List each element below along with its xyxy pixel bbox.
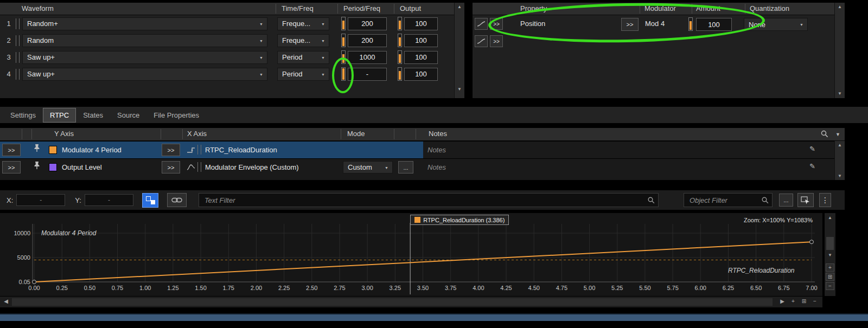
scrollbar-thumb[interactable] xyxy=(826,237,834,250)
series-name-label: Modulator 4 Period xyxy=(41,229,96,237)
curve-editor-button[interactable] xyxy=(475,18,488,30)
rtpc-row[interactable]: >> Output Level >> Modulator Envelope (C… xyxy=(0,158,834,176)
scroll-down-icon[interactable]: ▼ xyxy=(825,253,835,258)
svg-text:7.00: 7.00 xyxy=(806,285,817,291)
waveform-select[interactable]: Saw up+ ▼ xyxy=(22,51,267,64)
graph-horizontal-scrollbar[interactable]: ◀ ▶ + ⊞ − xyxy=(0,297,822,307)
tab-file-properties[interactable]: File Properties xyxy=(146,108,206,123)
x-coord-input[interactable] xyxy=(16,194,65,206)
x-axis-assign-button[interactable]: >> xyxy=(162,144,180,156)
pin-button[interactable] xyxy=(34,144,40,154)
scrollbar-thumb[interactable] xyxy=(12,298,773,306)
timefreq-select[interactable]: Freque... ▼ xyxy=(277,17,329,30)
vertical-scrollbar[interactable]: ▲ ▼ xyxy=(834,3,845,98)
scroll-right-icon[interactable]: ▶ xyxy=(778,298,787,304)
y-axis-assign-button[interactable]: >> xyxy=(2,144,21,156)
scroll-left-icon[interactable]: ◀ xyxy=(2,298,10,304)
y-coord-input[interactable] xyxy=(85,194,133,206)
rtpc-curve-plot[interactable]: 0.000.250.500.751.001.251.501.752.002.25… xyxy=(0,213,822,296)
vertical-scrollbar[interactable]: ▲ ▼ xyxy=(834,141,845,180)
period-value[interactable]: 200 xyxy=(348,34,387,47)
edit-notes-icon[interactable]: ✎ xyxy=(809,162,815,170)
scroll-down-icon[interactable]: ▼ xyxy=(835,91,845,96)
bottom-status-strip xyxy=(0,313,868,321)
drag-handle-icon[interactable] xyxy=(16,18,20,29)
waveform-select[interactable]: Random ▼ xyxy=(22,34,267,47)
curve-color-swatch[interactable] xyxy=(49,163,57,171)
drag-handle-icon[interactable] xyxy=(16,35,20,46)
output-value[interactable]: 100 xyxy=(404,34,438,47)
zoom-in-button[interactable]: + xyxy=(789,298,797,304)
amount-value[interactable]: 100 xyxy=(696,18,732,31)
mode-more-button[interactable]: ... xyxy=(398,161,413,173)
period-slider[interactable] xyxy=(341,67,346,81)
curve-editor-button[interactable] xyxy=(475,35,488,47)
y-axis-name: Output Level xyxy=(62,163,102,171)
waveform-select[interactable]: Saw up+ ▼ xyxy=(22,68,267,81)
output-value[interactable]: 100 xyxy=(404,68,438,81)
output-slider[interactable] xyxy=(398,67,402,81)
timefreq-select[interactable]: Period ▼ xyxy=(277,68,329,81)
amount-slider[interactable] xyxy=(688,17,693,31)
output-slider[interactable] xyxy=(398,34,402,47)
assign-icon-button[interactable]: >> xyxy=(490,35,503,47)
chevron-down-icon: ▼ xyxy=(321,73,325,76)
notes-placeholder[interactable]: Notes xyxy=(427,146,446,154)
zoom-out-button[interactable]: − xyxy=(826,282,834,290)
scroll-up-icon[interactable]: ▲ xyxy=(455,4,464,9)
timefreq-select[interactable]: Freque... ▼ xyxy=(277,34,329,47)
tab-settings[interactable]: Settings xyxy=(3,108,43,123)
assign-icon-button[interactable]: >> xyxy=(490,18,503,30)
scroll-down-icon[interactable]: ▼ xyxy=(455,87,464,92)
rtpc-row-selected[interactable]: >> Modulator 4 Period >> RTPC_ReloadDura… xyxy=(0,141,834,158)
zoom-fit-button[interactable]: ⊞ xyxy=(800,298,808,304)
show-points-toggle-button[interactable] xyxy=(142,193,158,208)
object-selector-button[interactable] xyxy=(797,193,814,207)
period-value[interactable]: 1000 xyxy=(348,51,387,64)
assign-modulator-button[interactable]: >> xyxy=(621,18,639,31)
edit-notes-icon[interactable]: ✎ xyxy=(809,145,815,153)
mode-select[interactable]: Custom ▼ xyxy=(343,161,393,173)
svg-text:4.75: 4.75 xyxy=(556,285,567,291)
scroll-down-icon[interactable]: ▼ xyxy=(835,173,845,178)
tab-rtpc[interactable]: RTPC xyxy=(43,108,76,123)
vertical-scrollbar[interactable]: ▲ ▼ xyxy=(454,3,464,98)
svg-text:6.25: 6.25 xyxy=(723,285,734,291)
options-menu-button[interactable]: ⋮ xyxy=(819,193,831,207)
period-value[interactable]: 200 xyxy=(348,17,387,30)
period-slider[interactable] xyxy=(341,17,346,30)
search-button[interactable] xyxy=(821,130,828,139)
period-text: 200 xyxy=(361,20,373,28)
tab-states[interactable]: States xyxy=(76,108,110,123)
curve-color-swatch[interactable] xyxy=(49,146,57,154)
output-slider[interactable] xyxy=(398,50,402,64)
output-value[interactable]: 100 xyxy=(404,17,438,30)
drag-handle-icon[interactable] xyxy=(197,162,201,172)
x-axis-assign-button[interactable]: >> xyxy=(162,161,180,173)
drag-handle-icon[interactable] xyxy=(16,69,20,80)
period-slider[interactable] xyxy=(341,50,346,64)
output-value[interactable]: 100 xyxy=(404,51,438,64)
notes-placeholder[interactable]: Notes xyxy=(427,163,446,171)
zoom-fit-button[interactable]: ⊞ xyxy=(826,273,834,281)
link-button[interactable] xyxy=(167,193,187,207)
drag-handle-icon[interactable] xyxy=(197,145,201,155)
period-value[interactable]: - xyxy=(348,68,387,81)
text-filter-input[interactable] xyxy=(199,196,658,204)
waveform-select[interactable]: Random+ ▼ xyxy=(22,17,267,30)
zoom-in-button[interactable]: + xyxy=(826,263,834,272)
drag-handle-icon[interactable] xyxy=(16,52,20,63)
object-filter-input[interactable] xyxy=(684,196,799,204)
quantization-select[interactable]: None ▼ xyxy=(744,18,808,31)
zoom-out-button[interactable]: − xyxy=(810,298,819,304)
filter-dropdown-icon[interactable]: ▼ xyxy=(835,132,840,137)
tab-source[interactable]: Source xyxy=(110,108,146,123)
timefreq-select[interactable]: Period ▼ xyxy=(277,51,329,64)
pin-button[interactable] xyxy=(34,161,40,171)
scroll-up-icon[interactable]: ▲ xyxy=(825,215,835,220)
y-axis-assign-button[interactable]: >> xyxy=(2,161,21,173)
scroll-up-icon[interactable]: ▲ xyxy=(835,143,845,147)
period-slider[interactable] xyxy=(341,34,346,47)
scroll-up-icon[interactable]: ▲ xyxy=(835,4,845,9)
output-slider[interactable] xyxy=(398,17,402,30)
